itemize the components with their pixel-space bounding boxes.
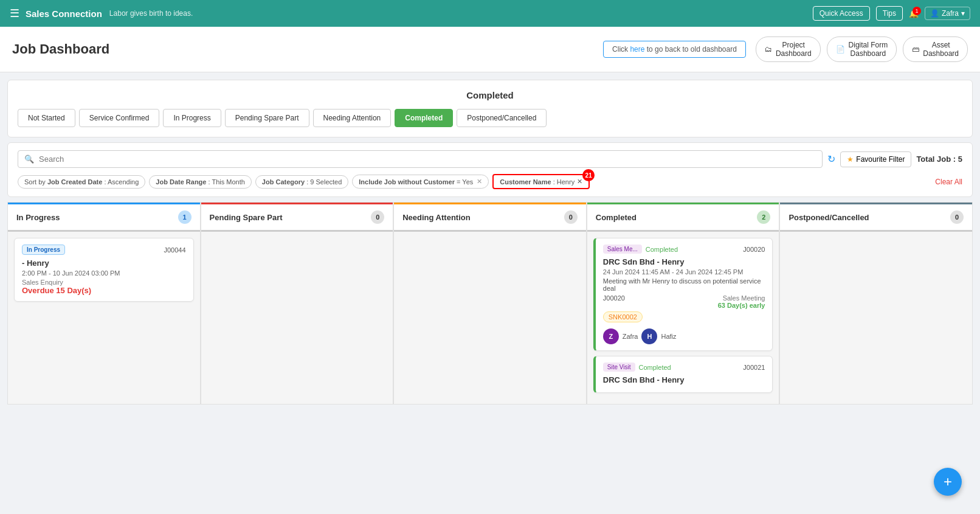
clear-all-button[interactable]: Clear All (935, 178, 962, 186)
card-time: 2:00 PM - 10 Jun 2024 03:00 PM (22, 269, 186, 277)
asset-dashboard-label: AssetDashboard (923, 41, 959, 58)
quick-access-button[interactable]: Quick Access (813, 6, 870, 21)
filter-badge: 21 (582, 169, 595, 181)
filter-section: 🔍 ↻ ★ Favourite Filter Total Job : 5 Sor… (7, 142, 973, 197)
assignee-name-zafra: Zafra (623, 333, 638, 340)
project-dashboard-label: ProjectDashboard (776, 41, 812, 58)
avatar-zafra: Z (603, 328, 619, 344)
kanban-col-header-postponed: Postponed/Cancelled 0 (780, 203, 972, 232)
favourite-filter-button[interactable]: ★ Favourite Filter (840, 151, 911, 167)
card-top: Sales Me... Completed J00020 (603, 245, 765, 254)
kanban-col-completed: Completed 2 Sales Me... Completed J00020… (587, 202, 780, 405)
completed-badge: Completed (646, 246, 678, 253)
asset-icon: 🗃 (912, 45, 919, 54)
filter-chip-sort-by[interactable]: Sort by Job Created Date : Ascending (18, 175, 145, 189)
kanban-col-count-in-progress: 1 (178, 210, 192, 224)
project-dashboard-button[interactable]: 🗂 ProjectDashboard (756, 36, 821, 62)
card-tag: SNK0002 (603, 311, 643, 322)
kanban-col-title-in-progress: In Progress (16, 213, 60, 222)
completed-badge: Completed (639, 364, 671, 371)
kanban-board: In Progress 1 In Progress J00044 - Henry… (7, 202, 973, 405)
card-assignees: Z Zafra H Hafiz (603, 328, 765, 344)
kanban-col-body-pending-spare-part (201, 232, 393, 404)
chip-label: Job Date Range : This Month (156, 178, 245, 186)
page-header: Job Dashboard Click here to go back to o… (0, 27, 980, 72)
total-jobs-label: Total Job : 5 (916, 155, 962, 164)
back-to-old-dashboard-banner: Click here to go back to old dashboard (603, 41, 746, 58)
asset-dashboard-button[interactable]: 🗃 AssetDashboard (903, 36, 968, 62)
filter-chip-date-range[interactable]: Job Date Range : This Month (149, 175, 252, 189)
tab-pending-spare-part[interactable]: Pending Spare Part (225, 109, 309, 127)
tab-postponed-cancelled[interactable]: Postponed/Cancelled (457, 109, 547, 127)
early-text: 63 Day(s) early (603, 302, 765, 309)
kanban-col-count-postponed: 0 (950, 210, 964, 224)
app-logo: Sales Connection (26, 9, 102, 19)
kanban-col-header-needing-attention: Needing Attention 0 (394, 203, 586, 232)
card-category: Sales Enquiry (22, 279, 63, 286)
search-input[interactable] (39, 155, 816, 164)
kanban-col-header-completed: Completed 2 (587, 203, 779, 232)
status-badge-sales: Sales Me... (603, 245, 642, 254)
star-icon: ★ (847, 155, 854, 164)
kanban-col-body-in-progress: In Progress J00044 - Henry 2:00 PM - 10 … (8, 232, 200, 404)
tab-needing-attention[interactable]: Needing Attention (313, 109, 392, 127)
tabs-section: Completed Not Started Service Confirmed … (7, 80, 973, 137)
card-category: Sales Meeting (723, 294, 765, 302)
chip-remove-icon[interactable]: ✕ (577, 178, 582, 186)
bell-badge: 1 (913, 7, 921, 15)
status-badge-site-visit: Site Visit (603, 363, 635, 372)
job-id: J00044 (164, 246, 186, 254)
bell-wrapper[interactable]: 🔔 1 (909, 9, 919, 18)
chip-label: Job Category : 9 Selected (262, 178, 342, 186)
card-customer: DRC Sdn Bhd - Henry (603, 257, 765, 266)
search-icon: 🔍 (24, 155, 34, 164)
kanban-col-count-pending-spare-part: 0 (371, 210, 384, 224)
status-badge-in-progress: In Progress (22, 245, 65, 255)
menu-icon[interactable]: ☰ (10, 7, 19, 20)
chip-remove-icon[interactable]: ✕ (477, 178, 482, 186)
kanban-col-header-in-progress: In Progress 1 (8, 203, 200, 232)
back-suffix: to go back to old dashboard (647, 45, 737, 54)
header-nav-buttons: 🗂 ProjectDashboard 📄 Digital FormDashboa… (756, 36, 968, 62)
kanban-col-count-completed: 2 (757, 210, 770, 224)
job-card-j00020[interactable]: Sales Me... Completed J00020 DRC Sdn Bhd… (593, 238, 773, 351)
filter-chip-job-category[interactable]: Job Category : 9 Selected (255, 175, 348, 189)
filter-chip-include-job[interactable]: Include Job without Customer = Yes ✕ (352, 175, 489, 189)
kanban-col-title-pending-spare-part: Pending Spare Part (210, 213, 283, 222)
job-id: J00020 (743, 246, 765, 253)
refresh-button[interactable]: ↻ (827, 153, 835, 165)
chip-label: Customer Name : Henry (500, 178, 575, 186)
topnav: ☰ Sales Connection Labor gives birth to … (0, 0, 980, 27)
job-card-j00021[interactable]: Site Visit Completed J00021 DRC Sdn Bhd … (593, 356, 773, 393)
tab-not-started[interactable]: Not Started (18, 109, 75, 127)
kanban-col-title-needing-attention: Needing Attention (402, 213, 470, 222)
kanban-col-postponed-cancelled: Postponed/Cancelled 0 (779, 202, 973, 405)
job-card-j00044[interactable]: In Progress J00044 - Henry 2:00 PM - 10 … (14, 238, 194, 302)
card-time: 24 Jun 2024 11:45 AM - 24 Jun 2024 12:45… (603, 268, 765, 276)
kanban-col-title-postponed: Postponed/Cancelled (788, 213, 869, 222)
assignee-name-hafiz: Hafiz (661, 333, 676, 340)
kanban-col-title-completed: Completed (596, 213, 637, 222)
kanban-col-body-needing-attention (394, 232, 586, 404)
filter-chip-customer-name[interactable]: Customer Name : Henry ✕ 21 (492, 174, 590, 189)
card-top: In Progress J00044 (22, 245, 186, 255)
tab-in-progress[interactable]: In Progress (163, 109, 221, 127)
kanban-col-count-needing-attention: 0 (564, 210, 578, 224)
user-menu-button[interactable]: 👤 Zafra ▾ (925, 7, 970, 20)
filter-chips: Sort by Job Created Date : Ascending Job… (18, 174, 962, 189)
tab-service-confirmed[interactable]: Service Confirmed (79, 109, 160, 127)
user-icon: 👤 (930, 9, 939, 18)
tabs-list: Not Started Service Confirmed In Progres… (18, 109, 962, 127)
tips-button[interactable]: Tips (876, 6, 903, 21)
kanban-col-needing-attention: Needing Attention 0 (393, 202, 587, 405)
card-top: Site Visit Completed J00021 (603, 363, 765, 372)
kanban-col-in-progress: In Progress 1 In Progress J00044 - Henry… (7, 202, 201, 405)
kanban-col-body-completed: Sales Me... Completed J00020 DRC Sdn Bhd… (587, 232, 779, 404)
chip-label: Sort by Job Created Date : Ascending (24, 178, 139, 186)
back-link[interactable]: here (630, 45, 644, 54)
back-text: Click (612, 45, 628, 54)
kanban-col-header-pending-spare-part: Pending Spare Part 0 (201, 203, 393, 232)
digital-form-dashboard-button[interactable]: 📄 Digital FormDashboard (827, 36, 897, 62)
tab-completed[interactable]: Completed (395, 109, 453, 127)
favourite-filter-label: Favourite Filter (856, 155, 905, 164)
